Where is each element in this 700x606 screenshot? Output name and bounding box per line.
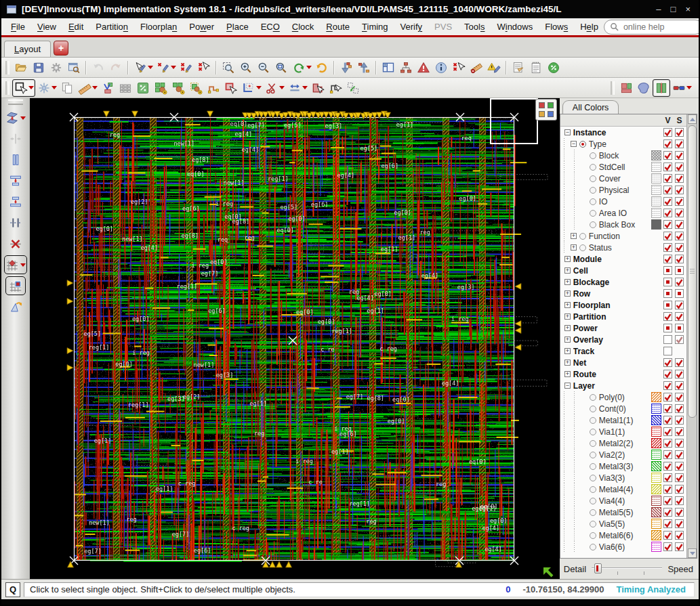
layer-color-swatch[interactable]: [650, 496, 662, 506]
tree-row-metal1-1-[interactable]: Metal1(1): [560, 414, 686, 426]
color-by-radio[interactable]: [590, 521, 596, 527]
query-mode-button[interactable]: Q: [5, 582, 20, 597]
layout-canvas[interactable]: [30, 98, 560, 579]
layer-color-swatch[interactable]: [650, 196, 662, 207]
layer-color-swatch[interactable]: [650, 484, 662, 494]
tree-row-cover[interactable]: Cover: [560, 173, 686, 184]
menu-pvs[interactable]: PVS: [429, 19, 457, 35]
zoom-selected-button[interactable]: [272, 59, 290, 77]
visibility-checkbox[interactable]: [662, 416, 674, 425]
layer-color-swatch[interactable]: [650, 519, 662, 529]
search-input[interactable]: [622, 22, 697, 33]
dropdown-arrow-icon[interactable]: [92, 86, 98, 89]
layer-color-swatch[interactable]: [650, 542, 662, 552]
tree-expand-toggle[interactable]: +: [564, 371, 571, 377]
ascend-hierarchy-button[interactable]: [355, 59, 373, 77]
visibility-checkbox[interactable]: [662, 289, 674, 298]
flip-swap-button[interactable]: [4, 108, 27, 127]
layer-color-swatch[interactable]: [650, 427, 662, 437]
add-instance-a-button[interactable]: [152, 79, 169, 97]
help-search-box[interactable]: [604, 20, 700, 35]
selectability-checkbox[interactable]: [674, 496, 685, 505]
layer-color-swatch[interactable]: [650, 461, 662, 471]
layer-color-swatch[interactable]: [650, 438, 662, 448]
menu-flows[interactable]: Flows: [539, 19, 573, 35]
hierarchy-tree-button[interactable]: [397, 59, 415, 77]
tree-row-function[interactable]: +Function: [560, 230, 686, 242]
visibility-checkbox[interactable]: [662, 335, 674, 344]
selectability-checkbox[interactable]: [674, 209, 685, 217]
visibility-checkbox[interactable]: [662, 393, 674, 402]
cursor-deselect-button[interactable]: [195, 59, 213, 77]
tree-row-cell[interactable]: +Cell: [560, 265, 686, 276]
color-by-radio[interactable]: [590, 463, 596, 470]
tree-row-via3-3-[interactable]: Via3(3): [560, 472, 686, 483]
menu-tools[interactable]: Tools: [459, 19, 490, 35]
visibility-checkbox[interactable]: [662, 186, 674, 194]
tree-expand-toggle[interactable]: +: [564, 337, 571, 343]
scrollbar-thumb[interactable]: [688, 125, 697, 418]
display-options-button[interactable]: [535, 99, 557, 121]
selectability-checkbox[interactable]: [674, 450, 685, 459]
add-tab-button[interactable]: +: [54, 41, 68, 56]
color-by-radio[interactable]: [579, 141, 586, 148]
selectability-checkbox[interactable]: [674, 439, 685, 448]
tree-row-via1-1-[interactable]: Via1(1): [560, 426, 686, 437]
selectability-checkbox[interactable]: [674, 186, 685, 194]
layer-color-swatch[interactable]: [650, 404, 662, 414]
visibility-checkbox[interactable]: [662, 174, 674, 183]
tree-row-metal6-6-[interactable]: Metal6(6): [560, 529, 686, 541]
tree-row-poly-0-[interactable]: Poly(0): [560, 391, 686, 403]
color-by-radio[interactable]: [590, 440, 596, 447]
dropdown-arrow-icon[interactable]: [256, 86, 262, 89]
visibility-checkbox[interactable]: [662, 197, 674, 206]
scroll-up-arrow[interactable]: [688, 114, 697, 124]
visibility-checkbox[interactable]: [662, 301, 674, 309]
layer-color-swatch[interactable]: [650, 219, 662, 230]
undo-button[interactable]: [89, 59, 107, 77]
tree-row-power[interactable]: +Power: [560, 322, 686, 334]
selectability-checkbox[interactable]: [674, 519, 685, 528]
zoom-out-button[interactable]: [255, 59, 272, 77]
selectability-checkbox[interactable]: [674, 542, 685, 551]
selectability-checkbox[interactable]: [674, 324, 685, 332]
menu-floorplan[interactable]: Floorplan: [135, 19, 182, 35]
tree-row-partition[interactable]: +Partition: [560, 311, 686, 322]
selectability-checkbox[interactable]: [674, 312, 685, 321]
selectability-checkbox[interactable]: [674, 485, 685, 494]
info-button[interactable]: [432, 59, 450, 77]
physical-view-button[interactable]: [653, 79, 670, 97]
layer-color-swatch[interactable]: [650, 507, 662, 517]
color-by-radio[interactable]: [590, 532, 596, 539]
menu-edit[interactable]: Edit: [63, 19, 89, 35]
menu-view[interactable]: View: [32, 19, 62, 35]
selectability-checkbox[interactable]: [674, 416, 685, 425]
tree-row-route[interactable]: +Route: [560, 368, 686, 380]
visibility-checkbox[interactable]: [662, 473, 674, 482]
tree-row-type[interactable]: −Type: [560, 138, 686, 150]
visibility-checkbox[interactable]: [662, 508, 674, 517]
deselect-pen-button[interactable]: [155, 59, 178, 77]
visibility-checkbox[interactable]: [662, 370, 674, 378]
visibility-checkbox[interactable]: [662, 439, 674, 448]
utilization-percent-button[interactable]: [545, 59, 562, 77]
rotate-flip-button[interactable]: [5, 297, 26, 316]
select-rect-button[interactable]: [222, 79, 240, 97]
visibility-checkbox[interactable]: [662, 519, 674, 528]
color-by-radio[interactable]: [579, 244, 586, 251]
visibility-checkbox[interactable]: [662, 358, 674, 367]
dropdown-arrow-icon[interactable]: [52, 86, 57, 89]
wire-button[interactable]: [205, 79, 222, 97]
visibility-checkbox[interactable]: [662, 496, 674, 505]
scroll-down-arrow[interactable]: [688, 548, 697, 558]
tree-row-black-box[interactable]: Black Box: [560, 219, 686, 230]
tree-row-io[interactable]: IO: [560, 196, 686, 207]
selectability-checkbox[interactable]: [674, 462, 685, 471]
color-by-radio[interactable]: [590, 452, 596, 458]
color-by-radio[interactable]: [590, 152, 596, 159]
color-by-radio[interactable]: [590, 164, 596, 171]
selectability-checkbox[interactable]: [674, 197, 685, 206]
color-by-radio[interactable]: [590, 417, 596, 424]
layer-color-swatch[interactable]: [650, 173, 662, 183]
layer-color-swatch[interactable]: [650, 185, 662, 195]
